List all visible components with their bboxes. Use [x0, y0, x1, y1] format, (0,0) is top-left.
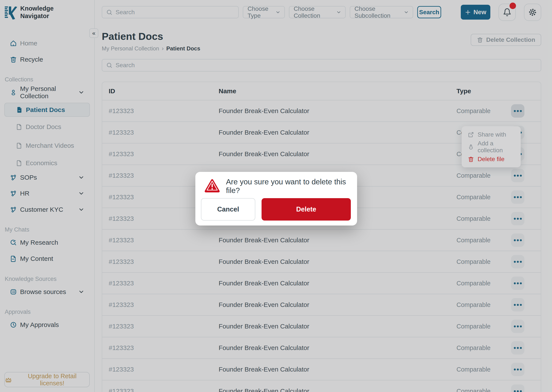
table-row[interactable]: #123323 Founder Break-Even Calculator Co… — [102, 251, 541, 273]
sidebar-item-home[interactable]: Home — [0, 38, 94, 49]
sidebar-item-doctor-docs[interactable]: Doctor Docs — [0, 122, 94, 132]
sidebar-item-browse-sources[interactable]: Browse sources — [0, 287, 94, 297]
search-icon — [106, 9, 113, 15]
row-actions-button[interactable] — [511, 363, 524, 376]
cell-name: Founder Break-Even Calculator — [219, 129, 457, 136]
sidebar-item-my-personal-collection[interactable]: My Personal Collection — [0, 87, 94, 98]
chevron-down-icon[interactable] — [78, 174, 85, 181]
cell-type: Comparable — [457, 107, 491, 115]
home-icon — [10, 40, 17, 47]
cell-type: Comparable — [457, 280, 491, 287]
context-menu-delete-file[interactable]: Delete file — [462, 153, 521, 165]
cell-name: Founder Break-Even Calculator — [219, 387, 457, 392]
dots-icon — [514, 196, 516, 198]
sidebar-item-customer-kyc[interactable]: Customer KYC — [0, 204, 94, 215]
sidebar-item-my-research[interactable]: My Research — [0, 237, 94, 248]
row-actions-button[interactable] — [511, 190, 524, 204]
upload-icon — [468, 144, 474, 150]
context-menu-add-collection[interactable]: Add a collection — [462, 141, 521, 153]
chevron-down-icon[interactable] — [78, 289, 85, 295]
settings-button[interactable] — [524, 4, 541, 21]
notification-badge — [509, 3, 516, 9]
warning-triangle-icon — [204, 179, 220, 194]
chevron-down-icon — [336, 10, 341, 15]
row-actions-button[interactable] — [511, 104, 524, 118]
sidebar-collapse-button[interactable]: « — [89, 28, 98, 38]
table-row[interactable]: #123323 Founder Break-Even Calculator Co… — [102, 359, 541, 380]
row-actions-button[interactable] — [511, 298, 524, 311]
upgrade-button[interactable]: Upgrade to Retail licenses! — [4, 372, 90, 387]
cell-name: Founder Break-Even Calculator — [219, 323, 457, 330]
notifications-button[interactable] — [499, 4, 516, 21]
sidebar-item-merchant-videos[interactable]: Merchant Videos — [0, 140, 94, 151]
brand-name: Knowledge Navigator — [20, 5, 54, 19]
global-search-input[interactable] — [102, 6, 239, 18]
context-menu-share-with[interactable]: Share with — [462, 128, 521, 141]
dots-icon — [514, 390, 516, 392]
delete-collection-button[interactable]: Delete Collection — [471, 34, 541, 46]
search-button[interactable]: Search — [417, 6, 441, 18]
new-button[interactable]: New — [461, 5, 490, 20]
cell-id: #123323 — [109, 366, 219, 373]
cell-id: #123323 — [109, 301, 219, 308]
row-actions-button[interactable] — [511, 341, 524, 355]
table-row[interactable]: #123323 Founder Break-Even Calculator Co… — [102, 273, 541, 294]
row-context-menu: Share with Add a collection Delete file — [462, 126, 521, 167]
bell-icon — [503, 8, 511, 17]
cell-id: #123323 — [109, 150, 219, 158]
sidebar-item-economics[interactable]: Economics — [0, 158, 94, 168]
cancel-button[interactable]: Cancel — [201, 198, 255, 221]
chevron-down-icon[interactable] — [78, 206, 85, 213]
cell-id: #123323 — [109, 344, 219, 351]
cell-type: Comparable — [457, 194, 491, 201]
table-row[interactable]: #123323 Founder Break-Even Calculator Co… — [102, 100, 541, 122]
row-actions-button[interactable] — [511, 277, 524, 290]
delete-button[interactable]: Delete — [262, 198, 351, 221]
sidebar-item-sops[interactable]: SOPs — [0, 172, 94, 183]
cell-name: Founder Break-Even Calculator — [219, 301, 457, 308]
share-nodes-icon — [10, 174, 17, 181]
choose-subcollection-dropdown[interactable]: Choose Subcollection — [350, 6, 413, 18]
sidebar-item-patient-docs[interactable]: Patient Docs — [4, 103, 90, 117]
approvals-section-label: Approvals — [0, 309, 94, 315]
chevron-down-icon[interactable] — [78, 190, 85, 197]
sidebar-item-recycle[interactable]: Recycle — [0, 54, 94, 65]
row-actions-button[interactable] — [511, 169, 524, 182]
row-actions-button[interactable] — [511, 212, 524, 225]
sidebar-item-my-approvals[interactable]: My Approvals — [0, 320, 94, 330]
table-row[interactable]: #123323 Founder Break-Even Calculator Co… — [102, 230, 541, 251]
crown-icon — [5, 376, 12, 383]
cell-type: Comparable — [457, 215, 491, 222]
chevron-down-icon[interactable] — [78, 89, 85, 96]
row-actions-button[interactable] — [511, 320, 524, 333]
dots-icon — [514, 304, 516, 306]
breadcrumb: My Personal Collection › Patient Docs — [102, 45, 200, 52]
app-logo: Knowledge Navigator — [0, 0, 94, 24]
table-row[interactable]: #123323 Founder Break-Even Calculator Co… — [102, 294, 541, 316]
trash-icon — [10, 56, 17, 63]
choose-type-dropdown[interactable]: Choose Type — [243, 6, 285, 18]
table-row[interactable]: #123323 Founder Break-Even Calculator Co… — [102, 337, 541, 359]
dots-icon — [514, 218, 516, 220]
column-header-name: Name — [219, 87, 457, 95]
choose-collection-dropdown[interactable]: Choose Collection — [289, 6, 346, 18]
row-actions-button[interactable] — [511, 233, 524, 247]
row-actions-button[interactable] — [511, 385, 524, 392]
share-nodes-icon — [10, 190, 17, 197]
collections-section-label: Collections — [0, 76, 94, 83]
cell-type: Comparable — [457, 388, 491, 392]
table-search-input[interactable] — [102, 59, 541, 71]
table-row[interactable]: #123323 Founder Break-Even Calculator Co… — [102, 380, 541, 392]
person-icon — [10, 89, 17, 96]
sidebar-item-hr[interactable]: HR — [0, 188, 94, 199]
cell-id: #123323 — [109, 107, 219, 115]
cell-name: Founder Break-Even Calculator — [219, 150, 457, 158]
table-row[interactable]: #123323 Founder Break-Even Calculator Co… — [102, 316, 541, 337]
cell-name: Founder Break-Even Calculator — [219, 258, 457, 265]
cell-id: #123323 — [109, 323, 219, 330]
sidebar-item-my-content[interactable]: My Content — [0, 253, 94, 264]
row-actions-button[interactable] — [511, 255, 524, 268]
cell-name: Founder Break-Even Calculator — [219, 237, 457, 244]
breadcrumb-parent[interactable]: My Personal Collection — [102, 45, 159, 52]
logo-k-icon — [5, 5, 17, 20]
